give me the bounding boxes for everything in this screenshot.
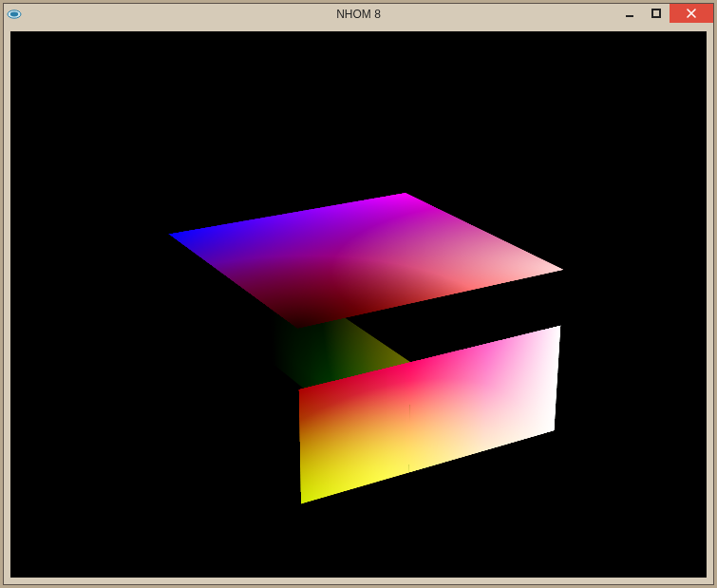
- maximize-button[interactable]: [643, 4, 670, 23]
- opengl-icon: [7, 7, 22, 22]
- svg-rect-2: [626, 15, 633, 17]
- window-title: NHOM 8: [4, 8, 713, 21]
- titlebar[interactable]: NHOM 8: [4, 4, 713, 25]
- cube-top-face: [168, 192, 564, 328]
- opengl-viewport[interactable]: [10, 31, 707, 578]
- svg-point-1: [10, 12, 18, 17]
- app-window: NHOM 8: [3, 3, 714, 585]
- minimize-button[interactable]: [616, 4, 643, 23]
- window-controls: [616, 4, 713, 23]
- close-button[interactable]: [670, 4, 713, 23]
- svg-rect-3: [652, 9, 660, 17]
